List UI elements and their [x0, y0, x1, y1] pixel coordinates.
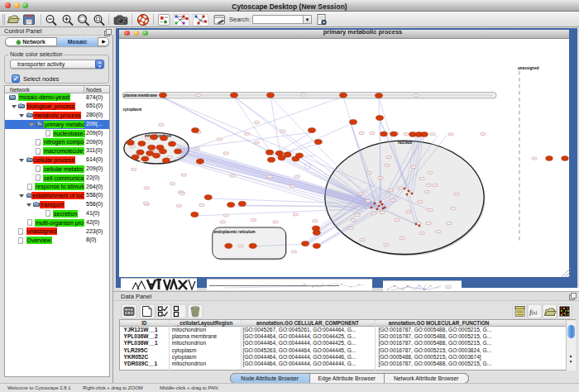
- svg-text:nucleus: nucleus: [398, 141, 413, 145]
- svg-text:unassigned: unassigned: [518, 66, 539, 70]
- svg-text:plasma membrane: plasma membrane: [124, 93, 158, 98]
- svg-text:cytoplasm: cytoplasm: [123, 108, 142, 112]
- svg-text:endoplasmic reticulum: endoplasmic reticulum: [214, 230, 256, 234]
